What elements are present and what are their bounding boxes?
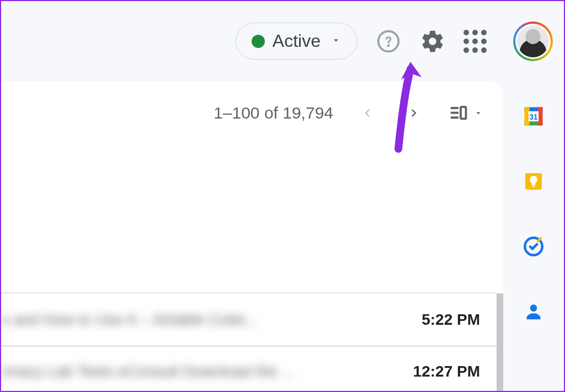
contacts-app-button[interactable] xyxy=(520,298,547,325)
email-list: s and How to Use It – Airtable Colet... … xyxy=(1,293,497,391)
keep-app-button[interactable] xyxy=(520,168,547,195)
email-subject: rmacy Lab Tests eConsult Download the ..… xyxy=(1,363,295,380)
chevron-right-icon xyxy=(406,105,422,121)
tasks-app-button[interactable] xyxy=(520,233,547,260)
keep-icon xyxy=(523,170,545,192)
status-pill[interactable]: Active xyxy=(236,23,358,60)
google-apps-button[interactable] xyxy=(463,30,487,53)
avatar-icon xyxy=(515,24,551,59)
side-rail: 31 xyxy=(503,81,564,391)
svg-text:31: 31 xyxy=(529,113,538,121)
help-icon xyxy=(376,29,401,53)
app-header: Active xyxy=(1,1,564,81)
status-label: Active xyxy=(273,31,321,51)
chevron-down-icon xyxy=(331,35,342,48)
svg-rect-1 xyxy=(451,106,459,109)
calendar-icon: 31 xyxy=(521,104,546,128)
contacts-icon xyxy=(523,301,544,322)
help-button[interactable] xyxy=(375,28,402,55)
tasks-icon xyxy=(522,235,545,258)
pagination-range: 1–100 of 19,794 xyxy=(214,104,333,122)
apps-grid-icon xyxy=(463,30,469,35)
older-button[interactable] xyxy=(402,101,426,125)
calendar-app-button[interactable]: 31 xyxy=(520,103,547,130)
gear-icon xyxy=(420,29,445,54)
list-toolbar: 1–100 of 19,794 xyxy=(1,81,503,144)
chevron-left-icon xyxy=(360,105,375,121)
email-time: 5:22 PM xyxy=(422,311,480,329)
email-time: 12:27 PM xyxy=(413,363,480,380)
split-pane-toggle[interactable] xyxy=(448,103,483,123)
status-dot-icon xyxy=(252,35,265,48)
newer-button[interactable] xyxy=(355,101,380,125)
chevron-down-icon xyxy=(473,108,483,118)
split-pane-icon xyxy=(448,103,469,123)
svg-rect-3 xyxy=(451,116,459,119)
scrollbar[interactable] xyxy=(497,293,503,391)
svg-point-14 xyxy=(530,304,537,312)
settings-button[interactable] xyxy=(419,28,446,55)
account-avatar-button[interactable] xyxy=(513,22,553,61)
main-panel: 1–100 of 19,794 s and How to Use It – Ai… xyxy=(1,81,503,391)
email-row[interactable]: rmacy Lab Tests eConsult Download the ..… xyxy=(1,346,497,391)
svg-rect-4 xyxy=(461,106,466,118)
email-row[interactable]: s and How to Use It – Airtable Colet... … xyxy=(1,293,497,346)
email-subject: s and How to Use It – Airtable Colet... xyxy=(1,311,258,329)
svg-rect-2 xyxy=(451,111,459,114)
